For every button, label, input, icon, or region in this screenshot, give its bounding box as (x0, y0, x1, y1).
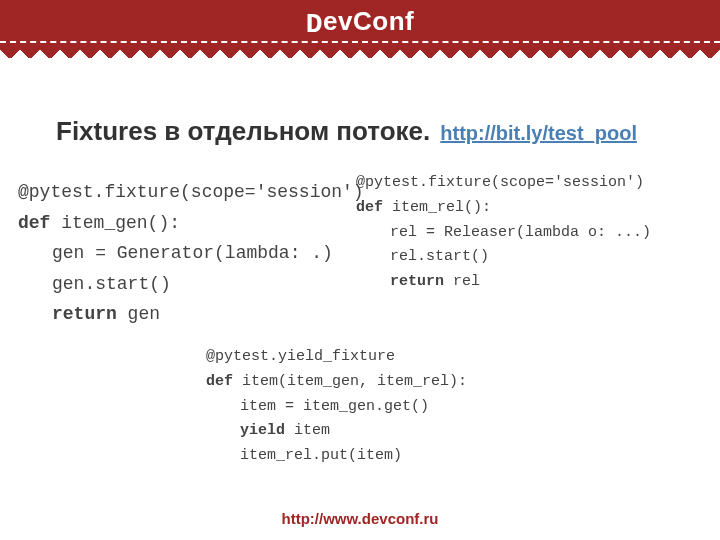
slide-header: DevConf (0, 0, 720, 44)
code-line: def item_gen(): (18, 208, 338, 239)
keyword-return: return (390, 273, 444, 290)
code-block-left: @pytest.fixture(scope='session') def ite… (18, 177, 338, 330)
code-line: rel.start() (356, 245, 716, 270)
code-line: item = item_gen.get() (206, 395, 586, 420)
code-line: @pytest.fixture(scope='session') (356, 171, 716, 196)
slide-title: Fixtures в отдельном потоке. (56, 116, 430, 147)
code-block-right: @pytest.fixture(scope='session') def ite… (356, 171, 716, 295)
keyword-return: return (52, 304, 117, 324)
code-line: return rel (356, 270, 716, 295)
code-line: item_rel.put(item) (206, 444, 586, 469)
keyword-def: def (206, 373, 233, 390)
code-line: rel = Releaser(lambda o: ...) (356, 221, 716, 246)
keyword-def: def (356, 199, 383, 216)
code-line: yield item (206, 419, 586, 444)
footer-link[interactable]: http://www.devconf.ru (282, 510, 439, 527)
devconf-logo: DevConf (306, 6, 414, 38)
slide-footer: http://www.devconf.ru (0, 510, 720, 528)
keyword-def: def (18, 213, 50, 233)
logo-ev: ev (323, 6, 353, 36)
code-line: def item_rel(): (356, 196, 716, 221)
code-line: return gen (18, 299, 338, 330)
logo-letter-c: C (353, 6, 372, 36)
header-zigzag (0, 44, 720, 58)
code-line: def item(item_gen, item_rel): (206, 370, 586, 395)
slide-content: Fixtures в отдельном потоке. http://bit.… (0, 44, 720, 147)
code-line: @pytest.fixture(scope='session') (18, 177, 338, 208)
title-row: Fixtures в отдельном потоке. http://bit.… (56, 116, 684, 147)
title-link[interactable]: http://bit.ly/test_pool (440, 122, 637, 145)
logo-onf: onf (372, 6, 414, 36)
code-block-bottom: @pytest.yield_fixture def item(item_gen,… (206, 345, 586, 469)
code-line: @pytest.yield_fixture (206, 345, 586, 370)
keyword-yield: yield (240, 422, 285, 439)
logo-letter-d: D (306, 9, 323, 40)
code-line: gen.start() (18, 269, 338, 300)
code-line: gen = Generator(lambda: .) (18, 238, 338, 269)
